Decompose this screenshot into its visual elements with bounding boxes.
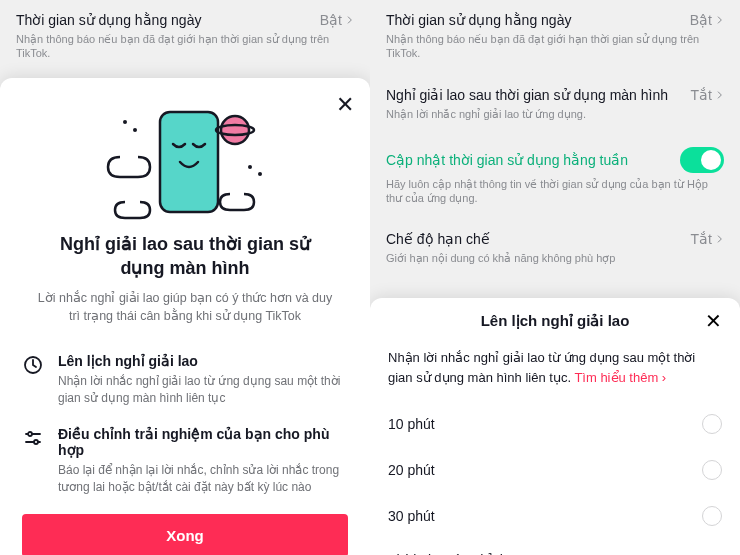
option-20[interactable]: 20 phút — [388, 447, 722, 493]
done-button[interactable]: Xong — [22, 514, 348, 555]
feature-adjust: Điều chỉnh trải nghiệm của bạn cho phù h… — [22, 426, 348, 497]
clock-icon — [22, 355, 44, 377]
setting-desc: Giới hạn nội dung có khả năng không phù … — [386, 251, 724, 265]
chevron-right-icon — [716, 91, 724, 99]
svg-point-1 — [221, 116, 249, 144]
chevron-right-icon — [716, 16, 724, 24]
schedule-sheet: Lên lịch nghỉ giải lao ✕ Nhận lời nhắc n… — [370, 298, 740, 555]
learn-more-link[interactable]: Tìm hiểu thêm › — [574, 370, 666, 385]
option-label: 10 phút — [388, 416, 435, 432]
setting-title: Thời gian sử dụng hằng ngày — [16, 12, 201, 28]
setting-restricted[interactable]: Chế độ hạn chế Tắt Giới hạn nội dung có … — [370, 219, 740, 279]
toggle-switch[interactable] — [680, 147, 724, 173]
sheet-title: Lên lịch nghỉ giải lao — [481, 312, 630, 330]
setting-weekly-update[interactable]: Cập nhật thời gian sử dụng hằng tuần Hãy… — [370, 135, 740, 220]
setting-title: Thời gian sử dụng hằng ngày — [386, 12, 571, 28]
right-panel: Thời gian sử dụng hằng ngày Bật Nhận thô… — [370, 0, 740, 555]
radio-icon — [702, 460, 722, 480]
setting-value: Bật — [690, 12, 724, 28]
sheet-subtitle: Lời nhắc nghỉ giải lao giúp bạn có ý thứ… — [22, 289, 348, 325]
svg-point-4 — [133, 128, 137, 132]
feature-title: Lên lịch nghỉ giải lao — [58, 353, 348, 369]
feature-title: Điều chỉnh trải nghiệm của bạn cho phù h… — [58, 426, 348, 458]
setting-desc: Hãy luôn cập nhật thông tin về thời gian… — [386, 177, 724, 206]
setting-value: Tắt — [691, 87, 724, 103]
option-custom[interactable]: Thời gian tùy chỉnh › — [388, 539, 722, 555]
chevron-right-icon — [716, 235, 724, 243]
illustration — [22, 102, 348, 222]
chevron-right-icon — [346, 16, 354, 24]
setting-daily-time[interactable]: Thời gian sử dụng hằng ngày Bật Nhận thô… — [370, 0, 740, 75]
setting-value: Bật — [320, 12, 354, 28]
svg-point-9 — [28, 432, 32, 436]
svg-point-5 — [248, 165, 252, 169]
setting-desc: Nhận thông báo nếu bạn đã đạt giới hạn t… — [386, 32, 724, 61]
feature-desc: Báo lại để nhận lại lời nhắc, chỉnh sửa … — [58, 462, 348, 497]
setting-title: Nghỉ giải lao sau thời gian sử dụng màn … — [386, 87, 668, 103]
option-label: 30 phút — [388, 508, 435, 524]
radio-icon — [702, 414, 722, 434]
setting-desc: Nhận thông báo nếu bạn đã đạt giới hạn t… — [16, 32, 354, 61]
svg-point-6 — [258, 172, 262, 176]
sheet-title: Nghỉ giải lao sau thời gian sử dụng màn … — [22, 232, 348, 281]
close-icon[interactable]: ✕ — [705, 309, 722, 333]
setting-break[interactable]: Nghỉ giải lao sau thời gian sử dụng màn … — [370, 75, 740, 135]
setting-title: Chế độ hạn chế — [386, 231, 490, 247]
sheet-subtitle: Nhận lời nhắc nghỉ giải lao từ ứng dụng … — [388, 348, 722, 387]
svg-point-11 — [34, 440, 38, 444]
svg-point-3 — [123, 120, 127, 124]
sliders-icon — [22, 428, 44, 450]
svg-rect-0 — [160, 112, 218, 212]
feature-desc: Nhận lời nhắc nghỉ giải lao từ ứng dụng … — [58, 373, 348, 408]
feature-schedule: Lên lịch nghỉ giải lao Nhận lời nhắc ngh… — [22, 353, 348, 408]
radio-icon — [702, 506, 722, 526]
setting-value: Tắt — [691, 231, 724, 247]
break-intro-sheet: ✕ Nghỉ giải lao sau thời gian sử dụng mà… — [0, 78, 370, 555]
setting-title: Cập nhật thời gian sử dụng hằng tuần — [386, 152, 628, 168]
option-10[interactable]: 10 phút — [388, 401, 722, 447]
option-label: 20 phút — [388, 462, 435, 478]
left-panel: Thời gian sử dụng hằng ngày Bật Nhận thô… — [0, 0, 370, 555]
setting-daily-time[interactable]: Thời gian sử dụng hằng ngày Bật Nhận thô… — [0, 0, 370, 75]
close-icon[interactable]: ✕ — [336, 92, 354, 118]
option-30[interactable]: 30 phút — [388, 493, 722, 539]
setting-desc: Nhận lời nhắc nghỉ giải lao từ ứng dụng. — [386, 107, 724, 121]
